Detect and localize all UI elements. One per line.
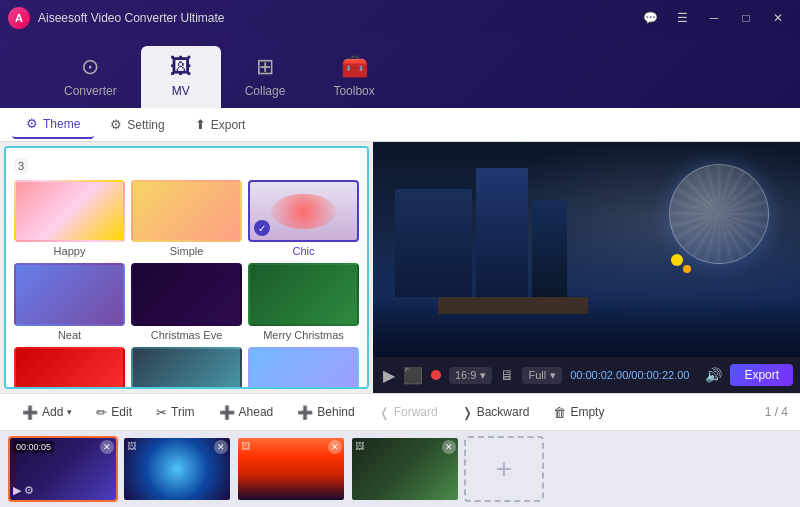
theme-simple[interactable]: Simple bbox=[131, 180, 242, 257]
clip-3-type-icon: 🖼 bbox=[241, 441, 250, 451]
theme-xmas-eve-thumb bbox=[131, 263, 242, 325]
collage-icon: ⊞ bbox=[256, 54, 274, 80]
edit-button[interactable]: ✏ Edit bbox=[86, 400, 142, 425]
theme-snowy-night[interactable]: Snowy Night bbox=[131, 347, 242, 389]
monitor-icon: 🖥 bbox=[500, 367, 514, 383]
clip-3[interactable]: ✕ 🖼 bbox=[236, 436, 346, 502]
chevron-down-icon-2: ▾ bbox=[550, 369, 556, 382]
theme-merry-xmas-label: Merry Christmas bbox=[263, 329, 344, 341]
backward-button[interactable]: ❭ Backward bbox=[452, 400, 540, 425]
view-mode-selector[interactable]: Full ▾ bbox=[522, 367, 562, 384]
clip-1-settings[interactable]: ⚙ bbox=[24, 484, 34, 497]
maximize-btn[interactable]: □ bbox=[732, 7, 760, 29]
sub-nav: ⚙ Theme ⚙ Setting ⬆ Export bbox=[0, 108, 800, 142]
main-content: 3 Happy Simple ✓ Chic Neat bbox=[0, 142, 800, 393]
globe-sphere bbox=[669, 164, 769, 264]
forward-icon: ❬ bbox=[379, 405, 390, 420]
clip-4[interactable]: ✕ 🖼 bbox=[350, 436, 460, 502]
export-icon: ⬆ bbox=[195, 117, 206, 132]
message-btn[interactable]: 💬 bbox=[636, 7, 664, 29]
app-title: Aiseesoft Video Converter Ultimate bbox=[38, 11, 636, 25]
theme-neat[interactable]: Neat bbox=[14, 263, 125, 340]
theme-neat-label: Neat bbox=[58, 329, 81, 341]
clip-1-controls: ▶ ⚙ bbox=[13, 484, 113, 497]
page-indicator: 1 / 4 bbox=[765, 405, 788, 419]
theme-santa-claus[interactable]: Santa Claus bbox=[14, 347, 125, 389]
clip-1-time: 00:00:05 bbox=[13, 441, 54, 453]
yellow-dot-2 bbox=[683, 265, 691, 273]
add-clip-button[interactable]: + bbox=[464, 436, 544, 502]
theme-simple-label: Simple bbox=[170, 245, 204, 257]
trim-button[interactable]: ✂ Trim bbox=[146, 400, 205, 425]
close-btn[interactable]: ✕ bbox=[764, 7, 792, 29]
record-dot bbox=[431, 370, 441, 380]
clip-1-overlay: 00:00:05 ✕ ▶ ⚙ bbox=[10, 438, 116, 500]
theme-chic-label: Chic bbox=[292, 245, 314, 257]
clip-2[interactable]: ✕ 🖼 bbox=[122, 436, 232, 502]
clip-3-close[interactable]: ✕ bbox=[328, 440, 342, 454]
toolbox-icon: 🧰 bbox=[341, 54, 368, 80]
theme-happy-label: Happy bbox=[54, 245, 86, 257]
theme-panel: 3 Happy Simple ✓ Chic Neat bbox=[4, 146, 369, 389]
clip-2-close[interactable]: ✕ bbox=[214, 440, 228, 454]
ahead-button[interactable]: ➕ Ahead bbox=[209, 400, 284, 425]
yellow-dot-1 bbox=[671, 254, 683, 266]
behind-button[interactable]: ➕ Behind bbox=[287, 400, 364, 425]
menu-btn[interactable]: ☰ bbox=[668, 7, 696, 29]
theme-merry-xmas-thumb bbox=[248, 263, 359, 325]
time-display: 00:00:02.00/00:00:22.00 bbox=[570, 369, 689, 381]
theme-snowy-thumb bbox=[131, 347, 242, 389]
theme-simple-thumb bbox=[131, 180, 242, 242]
clip-4-type-icon: 🖼 bbox=[355, 441, 364, 451]
building-1 bbox=[395, 189, 472, 297]
video-background bbox=[373, 142, 800, 357]
theme-happy[interactable]: Happy bbox=[14, 180, 125, 257]
theme-neat-thumb bbox=[14, 263, 125, 325]
volume-icon: 🔊 bbox=[705, 367, 722, 383]
theme-chic[interactable]: ✓ Chic bbox=[248, 180, 359, 257]
panel-count: 3 bbox=[14, 158, 28, 174]
tab-toolbox[interactable]: 🧰 Toolbox bbox=[309, 46, 398, 108]
forward-button[interactable]: ❬ Forward bbox=[369, 400, 448, 425]
subnav-theme[interactable]: ⚙ Theme bbox=[12, 110, 94, 139]
selected-check: ✓ bbox=[254, 220, 270, 236]
clip-4-close[interactable]: ✕ bbox=[442, 440, 456, 454]
theme-christmas-eve[interactable]: Christmas Eve bbox=[131, 263, 242, 340]
subnav-export[interactable]: ⬆ Export bbox=[181, 111, 260, 138]
stop-button[interactable]: ⬛ bbox=[403, 366, 423, 385]
clip-1[interactable]: 00:00:05 ✕ ▶ ⚙ bbox=[8, 436, 118, 502]
building-2 bbox=[476, 168, 528, 297]
subnav-setting[interactable]: ⚙ Setting bbox=[96, 111, 178, 138]
title-bar: A Aiseesoft Video Converter Ultimate 💬 ☰… bbox=[0, 0, 800, 36]
export-button[interactable]: Export bbox=[730, 364, 793, 386]
clip-1-close[interactable]: ✕ bbox=[100, 440, 114, 454]
add-button[interactable]: ➕ Add ▾ bbox=[12, 400, 82, 425]
tab-collage[interactable]: ⊞ Collage bbox=[221, 46, 310, 108]
trash-icon: 🗑 bbox=[553, 405, 566, 420]
theme-xmas-eve-label: Christmas Eve bbox=[151, 329, 223, 341]
converter-icon: ⊙ bbox=[81, 54, 99, 80]
clip-4-overlay: ✕ bbox=[352, 438, 458, 500]
tab-mv[interactable]: 🖼 MV bbox=[141, 46, 221, 108]
setting-icon: ⚙ bbox=[110, 117, 122, 132]
aspect-ratio-selector[interactable]: 16:9 ▾ bbox=[449, 367, 492, 384]
bottom-toolbar: ➕ Add ▾ ✏ Edit ✂ Trim ➕ Ahead ➕ Behind ❬… bbox=[0, 393, 800, 431]
tab-converter[interactable]: ⊙ Converter bbox=[40, 46, 141, 108]
clip-1-play[interactable]: ▶ bbox=[13, 484, 21, 497]
clip-2-overlay: ✕ bbox=[124, 438, 230, 500]
play-button[interactable]: ▶ bbox=[383, 366, 395, 385]
add-icon: ➕ bbox=[22, 405, 38, 420]
chevron-down-icon: ▾ bbox=[480, 369, 486, 382]
minimize-btn[interactable]: ─ bbox=[700, 7, 728, 29]
clip-3-overlay: ✕ bbox=[238, 438, 344, 500]
trim-icon: ✂ bbox=[156, 405, 167, 420]
theme-santa-thumb bbox=[14, 347, 125, 389]
clip-2-type-icon: 🖼 bbox=[127, 441, 136, 451]
theme-stripes-waves[interactable]: Stripes & Waves bbox=[248, 347, 359, 389]
theme-merry-christmas[interactable]: Merry Christmas bbox=[248, 263, 359, 340]
empty-button[interactable]: 🗑 Empty bbox=[543, 400, 614, 425]
dock-area bbox=[438, 297, 589, 314]
backward-icon: ❭ bbox=[462, 405, 473, 420]
theme-stripes-thumb bbox=[248, 347, 359, 389]
theme-chic-thumb: ✓ bbox=[248, 180, 359, 242]
